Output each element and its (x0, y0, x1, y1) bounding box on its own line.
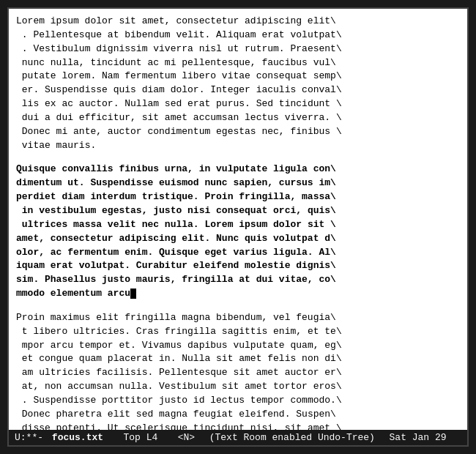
status-position: Top L4 (123, 432, 157, 443)
paragraph-1-text: Lorem ipsum dolor sit amet, consectetur … (16, 15, 460, 152)
paragraph-2-text: Quisque convallis finibus urna, in vulpu… (16, 163, 460, 300)
status-datetime: Sat Jan 29 (390, 432, 447, 443)
status-bar: U:**- focus.txt Top L4 <N> (Text Room en… (9, 430, 467, 445)
paragraph-3: Proin maximus elit fringilla magna biben… (16, 311, 460, 430)
editor-window: Lorem ipsum dolor sit amet, consectetur … (7, 7, 469, 447)
status-filename: focus.txt (52, 432, 103, 443)
status-modified: U:**- (15, 432, 43, 443)
editor-content[interactable]: Lorem ipsum dolor sit amet, consectetur … (9, 9, 467, 430)
status-extra: (Text Room enabled Undo-Tree) (209, 432, 375, 443)
paragraph-2-bold: Quisque convallis finibus urna, in vulpu… (16, 163, 336, 299)
text-cursor (130, 289, 136, 299)
status-mode: <N> (178, 432, 195, 443)
paragraph-1: Lorem ipsum dolor sit amet, consectetur … (16, 15, 460, 152)
paragraph-3-text: Proin maximus elit fringilla magna biben… (16, 311, 460, 430)
paragraph-2: Quisque convallis finibus urna, in vulpu… (16, 163, 460, 300)
